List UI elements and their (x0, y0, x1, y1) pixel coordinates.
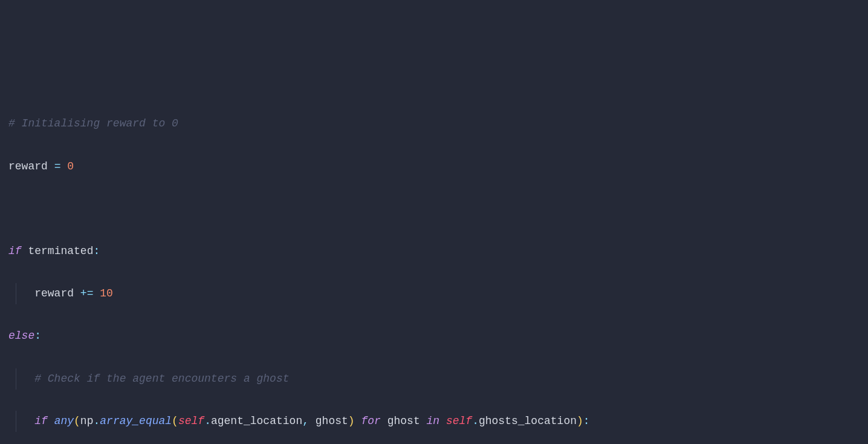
dot: . (204, 415, 211, 427)
identifier: reward (34, 287, 74, 299)
attr: ghosts_location (479, 415, 577, 427)
paren: ( (74, 415, 80, 427)
attr: agent_location (211, 415, 302, 427)
code-line: else: (8, 325, 860, 347)
paren: ) (348, 415, 355, 427)
identifier: ghost (316, 415, 348, 427)
self: self (446, 415, 472, 427)
paren: ) (577, 415, 583, 427)
number: 10 (100, 287, 113, 299)
builtin-any: any (54, 415, 74, 427)
code-line: if any(np.array_equal(self.agent_locatio… (8, 411, 860, 432)
identifier: reward (8, 160, 48, 172)
keyword-else: else (8, 330, 34, 342)
number: 0 (67, 160, 74, 172)
dot: . (93, 415, 100, 427)
code-line: if terminated: (8, 241, 860, 262)
keyword-for: for (361, 415, 380, 427)
paren: ( (172, 415, 178, 427)
comment: # Check if the agent encounters a ghost (34, 373, 289, 385)
identifier: np (80, 415, 94, 427)
code-line-blank (8, 198, 860, 220)
operator: += (80, 287, 94, 299)
colon: : (34, 330, 41, 342)
code-line: reward += 10 (8, 283, 860, 304)
self: self (178, 415, 204, 427)
dot: . (472, 415, 479, 427)
operator: = (54, 160, 61, 172)
keyword-if: if (34, 415, 48, 427)
code-line: reward = 0 (8, 156, 860, 177)
code-block: # Initialising reward to 0 reward = 0 if… (8, 92, 860, 444)
colon: : (583, 415, 590, 427)
identifier: terminated (28, 245, 93, 257)
code-line: # Check if the agent encounters a ghost (8, 368, 860, 390)
comma: , (302, 415, 309, 427)
keyword-if: if (8, 245, 22, 257)
identifier: ghost (387, 415, 420, 427)
keyword-in: in (427, 415, 440, 427)
func-call: array_equal (100, 415, 172, 427)
colon: : (93, 245, 100, 257)
code-line: # Initialising reward to 0 (8, 113, 860, 134)
comment: # Initialising reward to 0 (8, 117, 178, 129)
